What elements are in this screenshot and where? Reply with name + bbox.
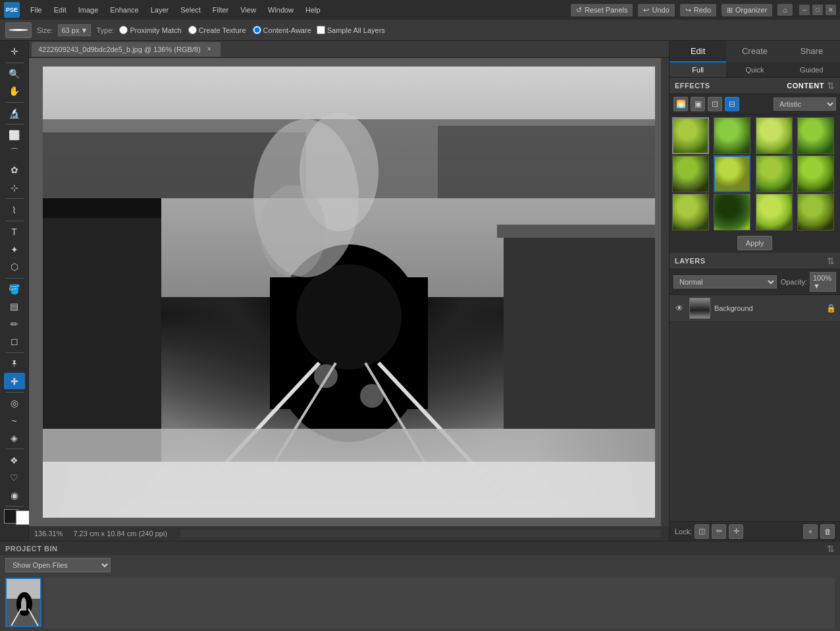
effect-thumb-6[interactable] — [714, 155, 750, 192]
add-layer-button[interactable]: + — [803, 524, 818, 539]
apply-button[interactable]: Apply — [737, 236, 773, 250]
menu-help[interactable]: Help — [300, 3, 326, 16]
reset-panels-button[interactable]: ↺ Reset Panels — [571, 4, 633, 16]
content-tab[interactable]: CONTENT — [787, 82, 824, 90]
photo-filters-button[interactable]: ⊡ — [708, 97, 722, 111]
straighten-tool[interactable]: ⌇ — [4, 202, 25, 218]
subtab-guided[interactable]: Guided — [783, 63, 840, 77]
tab-create[interactable]: Create — [726, 41, 783, 63]
custom-shape-tool[interactable]: ⬡ — [4, 259, 25, 275]
minimize-button[interactable]: ─ — [799, 5, 810, 15]
photo-fx-button[interactable]: 🌅 — [673, 97, 688, 111]
canvas-image[interactable] — [43, 67, 655, 518]
svg-rect-6 — [504, 231, 655, 429]
menu-view[interactable]: View — [235, 3, 261, 16]
effect-thumb-5[interactable] — [672, 155, 709, 192]
hand-tool[interactable]: ✋ — [4, 83, 25, 99]
gradient-tool[interactable]: ▤ — [4, 298, 25, 315]
project-bin-expand-icon[interactable]: ⇅ — [827, 543, 835, 554]
redo-button[interactable]: ↪ Redo — [680, 4, 716, 16]
clone-stamp-tool[interactable]: 🖈 — [4, 356, 25, 372]
move-tool[interactable]: ✛ — [4, 43, 25, 60]
layer-styles-button[interactable]: ▣ — [691, 97, 705, 111]
sponge-tool[interactable]: ❖ — [4, 452, 25, 468]
horizontal-scrollbar[interactable] — [180, 530, 661, 537]
project-thumb-1[interactable] — [5, 578, 41, 627]
menu-enhance[interactable]: Enhance — [105, 3, 144, 16]
effect-thumb-2[interactable] — [714, 117, 750, 154]
zoom-tool[interactable]: 🔍 — [4, 65, 25, 82]
tab-share[interactable]: Share — [783, 41, 840, 63]
size-value[interactable]: 63 px ▼ — [58, 24, 91, 36]
effect-style-dropdown[interactable]: Artistic Brushstrokes Distort Sketch — [774, 97, 836, 111]
brush-preview[interactable] — [5, 22, 32, 38]
effect-thumb-9[interactable] — [672, 194, 709, 231]
menu-layer[interactable]: Layer — [145, 3, 174, 16]
menu-filter[interactable]: Filter — [207, 3, 234, 16]
tab-edit[interactable]: Edit — [669, 41, 726, 63]
menu-edit[interactable]: Edit — [49, 3, 72, 16]
effect-thumb-4[interactable] — [797, 117, 834, 154]
tab-close-button[interactable]: × — [205, 45, 214, 54]
layer-row[interactable]: 👁 Background 🔒 — [669, 295, 840, 322]
background-color[interactable] — [16, 510, 30, 525]
content-aware-option[interactable]: Content-Aware — [253, 26, 311, 34]
red-eye-tool[interactable]: ◉ — [4, 487, 25, 504]
delete-layer-button[interactable]: 🗑 — [820, 524, 835, 539]
menu-window[interactable]: Window — [263, 3, 299, 16]
menu-file[interactable]: File — [25, 3, 47, 16]
create-texture-option[interactable]: Create Texture — [188, 26, 246, 34]
lock-paint-button[interactable]: ✏ — [712, 524, 726, 539]
smudge-tool[interactable]: ~ — [4, 412, 25, 429]
subtab-full[interactable]: Full — [669, 63, 726, 77]
lock-transparent-button[interactable]: ◫ — [695, 524, 709, 539]
quick-select-tool[interactable]: ✿ — [4, 162, 25, 178]
organizer-button[interactable]: ⊞ Organizer — [722, 4, 772, 16]
sharpen-tool[interactable]: ◈ — [4, 430, 25, 447]
effects-expand-icon[interactable]: ⇅ — [827, 80, 835, 91]
blur-tool[interactable]: ◎ — [4, 395, 25, 412]
lock-move-button[interactable]: ✛ — [729, 524, 743, 539]
vertical-scrollbar[interactable] — [661, 58, 669, 526]
effect-thumb-3[interactable] — [756, 117, 793, 154]
menu-select[interactable]: Select — [175, 3, 206, 16]
layers-expand-icon[interactable]: ⇅ — [827, 256, 835, 266]
maximize-button[interactable]: □ — [812, 5, 823, 15]
effect-style-select[interactable]: Artistic Brushstrokes Distort Sketch — [774, 97, 836, 111]
effect-thumb-11[interactable] — [756, 194, 793, 231]
brush-tool[interactable]: ✏ — [4, 316, 25, 333]
frames-button[interactable]: ⊟ — [725, 97, 739, 111]
color-picker[interactable] — [3, 509, 26, 533]
healing-brush-tool[interactable]: ✚ — [4, 373, 25, 389]
home-icon: ⌂ — [783, 6, 787, 14]
toolbar-separator-2 — [5, 102, 24, 103]
layer-name: Background — [714, 304, 822, 312]
canvas-scroll[interactable] — [29, 58, 669, 526]
proximity-match-option[interactable]: Proximity Match — [119, 26, 181, 34]
sample-all-layers-option[interactable]: Sample All Layers — [317, 26, 385, 34]
effect-thumb-12[interactable] — [797, 194, 834, 231]
effect-thumb-8[interactable] — [797, 155, 834, 192]
close-button[interactable]: ✕ — [826, 5, 836, 15]
blend-mode-select[interactable]: Normal Dissolve Multiply Screen — [673, 275, 777, 288]
text-tool[interactable]: T — [4, 224, 25, 240]
effect-thumb-7[interactable] — [756, 155, 793, 192]
menu-image[interactable]: Image — [73, 3, 104, 16]
effect-thumb-10[interactable] — [714, 194, 750, 231]
subtab-quick[interactable]: Quick — [726, 63, 783, 77]
dodge-burn-tool[interactable]: ♡ — [4, 470, 25, 486]
lasso-tool[interactable]: ⌒ — [4, 145, 25, 161]
undo-button[interactable]: ↩ Undo — [638, 4, 674, 16]
paint-bucket-tool[interactable]: 🪣 — [4, 281, 25, 297]
eraser-tool[interactable]: ◻ — [4, 333, 25, 350]
eyedropper-tool[interactable]: 🔬 — [4, 105, 25, 122]
opacity-value[interactable]: 100% ▼ — [810, 272, 836, 292]
refine-edge-tool[interactable]: ⊹ — [4, 180, 25, 196]
shape-tool[interactable]: ✦ — [4, 241, 25, 258]
file-tab[interactable]: 4222609243_0d9bdc2de5_b.jpg @ 136% (RGB/… — [32, 42, 221, 57]
layer-visibility-toggle[interactable]: 👁 — [673, 302, 685, 314]
home-button[interactable]: ⌂ — [777, 4, 793, 16]
marquee-tool[interactable]: ⬜ — [4, 127, 25, 144]
effect-thumb-1[interactable] — [672, 117, 709, 154]
project-bin-filter-select[interactable]: Show Open Files Show All Files — [5, 558, 111, 572]
